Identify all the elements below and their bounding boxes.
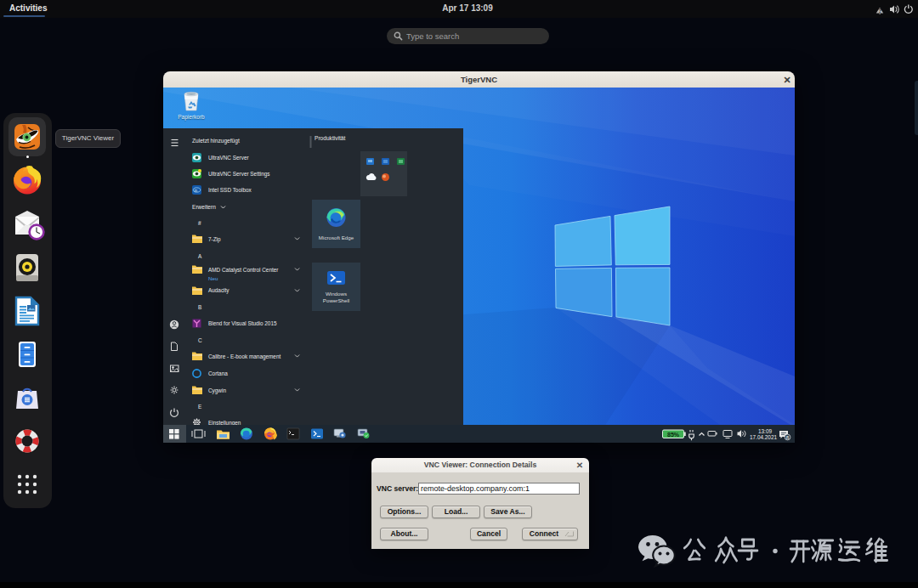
svg-text:in: in	[194, 189, 197, 193]
svg-text:Calibre - E-book management: Calibre - E-book management	[208, 353, 280, 360]
svg-text:Erweitern: Erweitern	[192, 204, 216, 210]
svg-text:17.04.2021: 17.04.2021	[750, 434, 777, 440]
svg-text:UltraVNC Server Settings: UltraVNC Server Settings	[208, 171, 269, 178]
svg-text:Cortana: Cortana	[208, 370, 228, 376]
svg-text:Blend for Visual Studio 2015: Blend for Visual Studio 2015	[208, 320, 277, 326]
svg-text:E: E	[198, 404, 201, 410]
svg-text:Audacity: Audacity	[208, 287, 230, 294]
svg-text:Cygwin: Cygwin	[208, 387, 226, 394]
svg-text:Zuletzt hinzugefügt: Zuletzt hinzugefügt	[192, 138, 240, 144]
svg-text:#: #	[198, 220, 201, 226]
svg-text:Intel SSD Toolbox: Intel SSD Toolbox	[208, 187, 252, 193]
svg-text:UltraVNC Server: UltraVNC Server	[208, 155, 249, 161]
svg-text:Microsoft Edge: Microsoft Edge	[319, 235, 354, 240]
svg-text:AMD Catalyst Control Center: AMD Catalyst Control Center	[208, 267, 279, 274]
svg-text:Windows: Windows	[326, 291, 347, 297]
svg-text:Produktivität: Produktivität	[314, 135, 345, 141]
svg-text:7-Zip: 7-Zip	[208, 236, 221, 243]
svg-text:13:09: 13:09	[758, 428, 772, 434]
svg-text:?: ?	[878, 8, 881, 14]
svg-text:C: C	[198, 337, 202, 343]
svg-text:PowerShell: PowerShell	[323, 297, 349, 303]
svg-text:85%: 85%	[667, 432, 680, 438]
svg-text:Neu: Neu	[208, 275, 218, 281]
svg-text:A: A	[198, 253, 202, 259]
svg-text:B: B	[198, 304, 201, 310]
